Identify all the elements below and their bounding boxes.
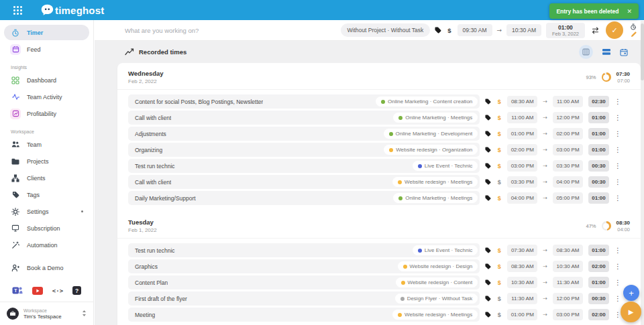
task-description-input[interactable] xyxy=(125,27,336,34)
billable-icon[interactable]: $ xyxy=(496,312,502,318)
tag-icon[interactable] xyxy=(485,115,491,121)
entry-duration[interactable]: 01:00 xyxy=(588,245,609,256)
billable-icon[interactable]: $ xyxy=(496,147,502,153)
manual-mode-pencil-icon[interactable] xyxy=(631,31,637,38)
entry-start-time[interactable]: 11:00 AM xyxy=(507,112,537,123)
entry-project-chip[interactable]: Live Event · Technic xyxy=(413,245,478,255)
start-timer-fab[interactable]: ▶ xyxy=(621,302,641,322)
entry-duration[interactable]: 02:00 xyxy=(588,261,609,272)
entry-main[interactable]: Test run technic Live Event · Technic xyxy=(128,159,480,173)
entry-title[interactable]: Organizing xyxy=(135,147,162,153)
entry-main[interactable]: Organizing Website redesign · Organizati… xyxy=(128,143,480,157)
entry-project-chip[interactable]: Online Marketing · Meetings xyxy=(393,193,478,203)
sidebar-item-clients[interactable]: Clients xyxy=(4,170,89,186)
calendar-view-icon[interactable] xyxy=(620,48,628,56)
entry-end-time[interactable]: 10:30 AM xyxy=(553,261,583,272)
list-view-icon[interactable] xyxy=(602,49,610,55)
entry-main[interactable]: Graphics Website redesign · Design xyxy=(128,259,480,273)
entry-start-time[interactable]: 01:00 PM xyxy=(507,309,537,320)
entry-main[interactable]: Daily Marketing/Support Online Marketing… xyxy=(128,191,480,205)
entry-end-time[interactable]: 12:00 PM xyxy=(553,112,583,123)
tag-icon[interactable] xyxy=(485,279,491,285)
add-entry-fab[interactable]: + xyxy=(623,285,639,301)
sidebar-item-settings[interactable]: Settings xyxy=(4,204,89,219)
entry-title[interactable]: First draft of the flyer xyxy=(135,296,187,302)
entry-start-time[interactable]: 03:00 PM xyxy=(507,160,537,172)
entry-start-time[interactable]: 02:00 PM xyxy=(507,144,537,155)
sidebar-item-automation[interactable]: Automation xyxy=(4,237,89,253)
tag-icon[interactable] xyxy=(485,147,491,153)
entry-duration[interactable]: 02:00 xyxy=(588,309,609,320)
entry-project-chip[interactable]: Design Flyer · Without Task xyxy=(395,294,478,304)
entry-menu-icon[interactable]: ⋮ xyxy=(614,146,621,153)
tag-icon[interactable] xyxy=(485,179,491,185)
end-time-input[interactable]: 10:30 AM xyxy=(506,24,541,36)
timer-mode-icon[interactable] xyxy=(630,23,637,30)
entry-project-chip[interactable]: Online Marketing · Development xyxy=(384,129,478,139)
billable-icon[interactable]: $ xyxy=(496,163,502,170)
entry-menu-icon[interactable]: ⋮ xyxy=(614,247,621,254)
entry-menu-icon[interactable]: ⋮ xyxy=(614,162,621,170)
ms-teams-icon[interactable]: T xyxy=(12,285,23,296)
entry-start-time[interactable]: 11:30 AM xyxy=(507,293,537,304)
entry-duration[interactable]: 01:00 xyxy=(588,128,609,139)
tag-icon[interactable] xyxy=(485,99,491,105)
entry-menu-icon[interactable]: ⋮ xyxy=(614,130,621,137)
tag-icon[interactable] xyxy=(435,27,441,34)
entry-project-chip[interactable]: Live Event · Technic xyxy=(413,161,478,171)
entry-project-chip[interactable]: Website redesign · Meetings xyxy=(392,310,478,320)
sort-chevrons-icon[interactable] xyxy=(82,308,87,320)
entry-menu-icon[interactable]: ⋮ xyxy=(614,263,621,270)
entry-duration[interactable]: 00:30 xyxy=(588,176,609,188)
entry-end-time[interactable]: 12:00 PM xyxy=(553,293,583,304)
tag-icon[interactable] xyxy=(485,195,491,201)
entry-end-time[interactable]: 02:00 PM xyxy=(553,128,583,139)
tag-icon[interactable] xyxy=(485,247,491,253)
entry-project-chip[interactable]: Website redesign · Meetings xyxy=(392,177,478,187)
entry-main[interactable]: Call with client Website redesign · Meet… xyxy=(128,175,480,189)
tag-icon[interactable] xyxy=(485,312,491,318)
billable-icon[interactable]: $ xyxy=(446,27,452,34)
youtube-icon[interactable] xyxy=(32,287,43,295)
tag-icon[interactable] xyxy=(485,263,491,269)
billable-icon[interactable]: $ xyxy=(496,279,502,286)
toast-close-icon[interactable]: ✕ xyxy=(627,8,632,15)
billable-icon[interactable]: $ xyxy=(496,296,502,302)
duration-date-selector[interactable]: 01:00 Feb 3, 2022 xyxy=(546,23,585,38)
entry-duration[interactable]: 01:00 xyxy=(588,192,609,204)
scrollbar-thumb[interactable] xyxy=(641,23,644,80)
entry-end-time[interactable]: 05:00 PM xyxy=(553,192,583,204)
entry-main[interactable]: Call with client Online Marketing · Meet… xyxy=(128,111,480,125)
entry-menu-icon[interactable]: ⋮ xyxy=(614,114,621,121)
entry-start-time[interactable]: 04:00 PM xyxy=(507,192,537,204)
entry-end-time[interactable]: 03:00 PM xyxy=(553,144,583,155)
entry-duration[interactable]: 00:30 xyxy=(588,293,609,304)
help-icon[interactable]: ? xyxy=(72,286,81,295)
entry-menu-icon[interactable]: ⋮ xyxy=(614,295,621,302)
entry-project-chip[interactable]: Online Marketing · Content creation xyxy=(376,96,478,107)
entry-end-time[interactable]: 11:00 AM xyxy=(553,96,583,107)
billable-icon[interactable]: $ xyxy=(496,263,502,270)
entry-title[interactable]: Meeting xyxy=(135,312,155,318)
billable-icon[interactable]: $ xyxy=(496,179,502,186)
entry-start-time[interactable]: 08:30 AM xyxy=(507,96,537,107)
sidebar-item-feed[interactable]: Feed xyxy=(4,42,89,57)
sidebar-item-profitability[interactable]: Profitability xyxy=(4,106,89,121)
sidebar-item-tags[interactable]: Tags xyxy=(4,187,89,202)
entry-main[interactable]: Adjustments Online Marketing · Developme… xyxy=(128,127,480,141)
tag-icon[interactable] xyxy=(485,163,491,169)
project-task-selector[interactable]: Without Project · Without Task xyxy=(341,23,431,37)
entry-start-time[interactable]: 03:30 PM xyxy=(507,176,537,188)
apps-grid-icon[interactable] xyxy=(13,6,22,15)
sidebar-item-team-activity[interactable]: Team Activity xyxy=(4,89,89,105)
entry-main[interactable]: Meeting Website redesign · Meetings xyxy=(128,308,480,322)
entry-project-chip[interactable]: Website redesign · Design xyxy=(398,261,478,271)
entry-title[interactable]: Content Plan xyxy=(135,279,168,286)
start-time-input[interactable]: 09:30 AM xyxy=(458,24,492,36)
entry-end-time[interactable]: 11:30 AM xyxy=(553,277,583,288)
scrollbar-track[interactable] xyxy=(641,21,644,325)
entry-end-time[interactable]: 03:00 PM xyxy=(553,309,583,320)
entry-end-time[interactable]: 04:00 PM xyxy=(553,176,583,188)
entry-start-time[interactable]: 07:30 AM xyxy=(507,245,537,256)
entry-title[interactable]: Call with client xyxy=(135,115,171,121)
